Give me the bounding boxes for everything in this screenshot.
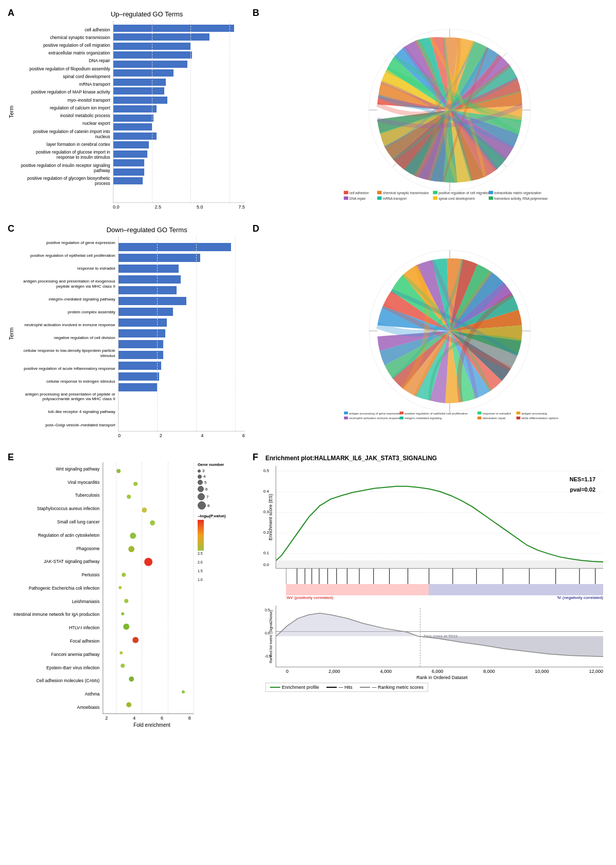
panel-e: E Wnt signaling pathway Viral myocarditi… [5, 449, 247, 722]
chord-diagram-b: cell adhesion chemical synaptic transmis… [321, 18, 578, 213]
c-bar-9 [119, 340, 163, 348]
enrich-top-area: Enrichment score (ES) 0.5 0.4 0.3 0.2 0.… [265, 466, 603, 569]
e-label-5: Regulation of actin cytoskeleton [38, 533, 100, 538]
bar-3 [113, 51, 192, 59]
e-label-1: Viral myocarditis [68, 480, 100, 485]
svg-text:positive regulation of cell mi: positive regulation of cell migration [438, 191, 490, 195]
dot-5 [130, 533, 136, 539]
legend-dot-6 [198, 486, 204, 492]
c-bar-label-2: response to estradiol [77, 266, 115, 271]
panel-a-bars [113, 21, 245, 203]
svg-rect-11 [377, 191, 382, 195]
green-line [270, 687, 280, 688]
c-xaxis-0: 0 [118, 433, 121, 438]
bar-label-1: chemical synaptic transmission [50, 35, 110, 40]
grid-line-3 [229, 21, 230, 202]
panel-f: F Enrichment plot:HALLMARK_IL6_JAK_STAT3… [247, 449, 611, 722]
bar-label-7: mRNA transport [79, 82, 110, 87]
svg-text:stimulation repair: stimulation repair [483, 417, 506, 420]
bar-label-17: positive regulation of glycogen biosynth… [18, 176, 110, 186]
dot-15 [121, 664, 125, 668]
bar-label-12: nuclear export [83, 121, 110, 126]
xaxis-3: 7.5 [239, 204, 245, 210]
m-y-1: 0.0 [265, 631, 270, 635]
c-bar-6 [119, 308, 173, 316]
enrich-score-chart: 0.5 0.4 0.3 0.2 0.1 0.0 [276, 466, 603, 569]
dot-plot-area [103, 462, 194, 714]
c-xaxis-3: 6 [242, 433, 245, 438]
svg-rect-17 [344, 196, 349, 200]
dot-2 [127, 495, 131, 499]
legend-size-6: 6 [198, 486, 245, 492]
e-label-4: Small cell lung cancer [57, 519, 100, 524]
e-xaxis-2: 6 [161, 716, 163, 721]
pos-corr-bar [286, 584, 429, 595]
e-grid-0 [116, 462, 117, 713]
bar-label-6: spinal cord development [63, 74, 110, 79]
bar-label-14: layer formation in cerebral cortex [47, 142, 110, 147]
panel-f-content: Enrichment plot:HALLMARK_IL6_JAK_STAT3_S… [265, 455, 603, 692]
hits-svg [286, 569, 603, 584]
y-03: 0.3 [263, 510, 269, 514]
legend-val-1.5: 1.5 [198, 569, 245, 573]
pval-label: pval=0.02 [570, 486, 595, 493]
c-bar-label-10: cellular response to estrogen stimulus [46, 379, 115, 384]
c-bar-12 [119, 372, 160, 381]
e-label-13: Focal adhesion [70, 638, 100, 644]
bar-15 [113, 159, 144, 166]
e-label-0: Wnt signaling pathway [56, 466, 100, 472]
e-label-10: Leishmaniasis [72, 599, 100, 604]
f-x-5: 10,000 [535, 669, 549, 674]
legend-dot-3 [198, 469, 201, 473]
svg-rect-15 [489, 191, 493, 195]
c-bar-label-0: positive regulation of gene expression [46, 240, 115, 246]
e-label-12: HTLV-I infection [69, 625, 100, 630]
c-bar-0 [119, 243, 232, 251]
svg-rect-42 [477, 417, 482, 419]
svg-line-5 [501, 53, 507, 59]
e-label-18: Amoebiasis [77, 705, 100, 710]
c-bar-label-12: toll–like receptor 4 signaling pathway [48, 409, 116, 415]
legend-size-5: 5 [198, 480, 245, 485]
gray-line [360, 687, 370, 688]
svg-rect-23 [489, 196, 493, 200]
pos-corr-label: 'AN' (positively correlated) [286, 595, 356, 603]
legend-dot-7 [198, 493, 205, 500]
legend-val-1.0: 1.0 [198, 578, 245, 581]
legend-val-2.0: 2.0 [198, 560, 245, 564]
corr-bar [286, 584, 603, 595]
svg-rect-34 [477, 411, 482, 414]
dot-4 [150, 520, 155, 525]
e-label-15: Epstein–Barr virus infection [47, 665, 100, 670]
f-legend-black: — Hits [326, 685, 352, 690]
bar-label-11: inositol metabolic process [60, 113, 110, 118]
bar-6 [113, 79, 166, 86]
f-x-2: 4,000 [380, 669, 392, 674]
metric-chart: 0.5 0.0 -0.5 Zero cross at 5919 [276, 606, 603, 667]
xaxis-2: 5.0 [197, 204, 203, 210]
dot-17 [182, 690, 185, 693]
c-bar-label-11: antigen processing and presentation of p… [15, 392, 116, 402]
c-bar-11 [119, 362, 161, 370]
svg-marker-66 [418, 636, 603, 657]
dot-legend: Gene number 3 4 5 6 [194, 462, 245, 714]
panel-d: D [247, 221, 611, 447]
f-x-0: 0 [286, 669, 288, 674]
bar-label-10: regulation of calcium ion import [50, 105, 110, 110]
legend-size-7: 7 [198, 493, 245, 500]
e-grid-2 [168, 462, 168, 713]
y-02: 0.2 [263, 530, 269, 535]
svg-rect-38 [344, 417, 348, 419]
c-bar-label-1: positive regulation of epithelial cell p… [30, 253, 115, 258]
row-3: E Wnt signaling pathway Viral myocarditi… [5, 449, 611, 722]
e-xaxis-0: 2 [105, 716, 108, 721]
svg-text:response to estradiol: response to estradiol [483, 412, 511, 415]
c-bar-3 [119, 275, 181, 284]
f-legend-gray: — Ranking metric scores [360, 685, 424, 690]
svg-text:homeobox activity, RNA polymer: homeobox activity, RNA polymerase [494, 197, 548, 201]
svg-rect-13 [433, 191, 437, 195]
grid-line-1 [152, 21, 152, 202]
e-xaxis-3: 8 [188, 716, 191, 721]
legend-color-bar [198, 520, 204, 551]
panel-b: B [247, 5, 611, 221]
